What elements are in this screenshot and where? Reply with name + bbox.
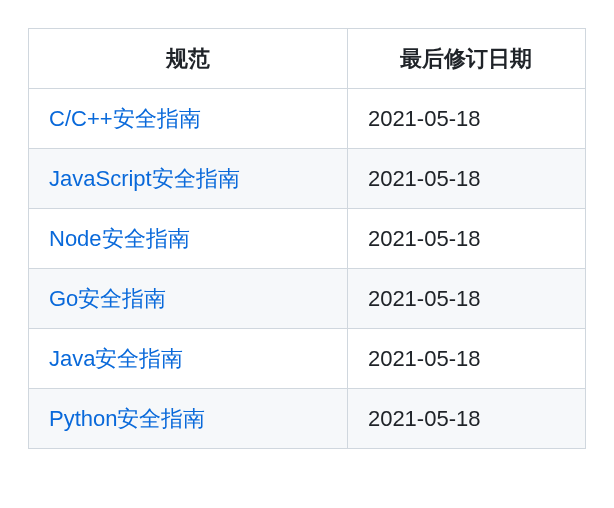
- spec-cell: Node安全指南: [29, 209, 348, 269]
- table-row: C/C++安全指南 2021-05-18: [29, 89, 586, 149]
- spec-link[interactable]: JavaScript安全指南: [49, 166, 240, 191]
- spec-link[interactable]: C/C++安全指南: [49, 106, 201, 131]
- table-row: JavaScript安全指南 2021-05-18: [29, 149, 586, 209]
- security-guides-table: 规范 最后修订日期 C/C++安全指南 2021-05-18 JavaScrip…: [28, 28, 586, 449]
- spec-link[interactable]: Go安全指南: [49, 286, 166, 311]
- spec-cell: Java安全指南: [29, 329, 348, 389]
- date-cell: 2021-05-18: [347, 89, 585, 149]
- date-cell: 2021-05-18: [347, 329, 585, 389]
- date-cell: 2021-05-18: [347, 209, 585, 269]
- spec-link[interactable]: Java安全指南: [49, 346, 183, 371]
- table-header-row: 规范 最后修订日期: [29, 29, 586, 89]
- date-cell: 2021-05-18: [347, 389, 585, 449]
- spec-cell: C/C++安全指南: [29, 89, 348, 149]
- header-date: 最后修订日期: [347, 29, 585, 89]
- table-row: Python安全指南 2021-05-18: [29, 389, 586, 449]
- spec-cell: JavaScript安全指南: [29, 149, 348, 209]
- table-row: Go安全指南 2021-05-18: [29, 269, 586, 329]
- header-spec: 规范: [29, 29, 348, 89]
- spec-cell: Go安全指南: [29, 269, 348, 329]
- spec-link[interactable]: Node安全指南: [49, 226, 190, 251]
- date-cell: 2021-05-18: [347, 269, 585, 329]
- table-row: Java安全指南 2021-05-18: [29, 329, 586, 389]
- spec-link[interactable]: Python安全指南: [49, 406, 206, 431]
- date-cell: 2021-05-18: [347, 149, 585, 209]
- spec-cell: Python安全指南: [29, 389, 348, 449]
- table-row: Node安全指南 2021-05-18: [29, 209, 586, 269]
